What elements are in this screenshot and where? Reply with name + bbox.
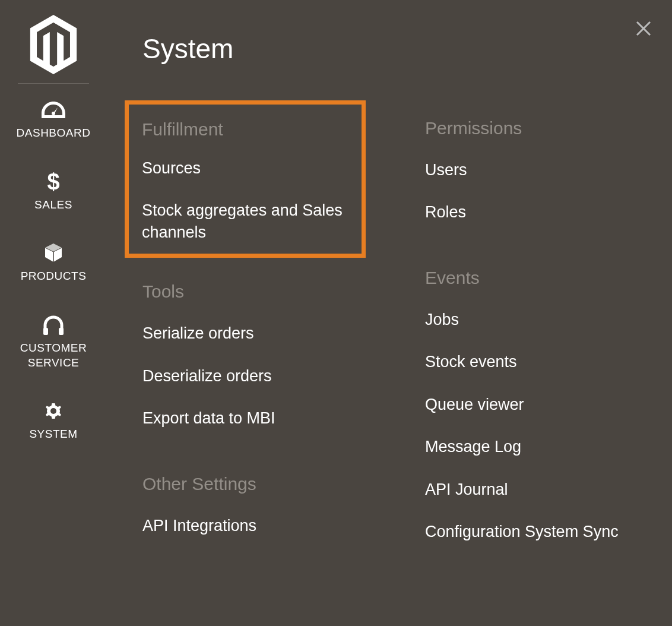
sidebar: DASHBOARD $ SALES PRODUCTS — [0, 0, 107, 626]
menu-link-message-log[interactable]: Message Log — [425, 436, 648, 457]
section-gap — [142, 450, 366, 474]
sidebar-item-products[interactable]: PRODUCTS — [9, 242, 98, 284]
page-title: System — [142, 33, 648, 65]
sidebar-label-system: SYSTEM — [29, 427, 77, 442]
sidebar-label-sales: SALES — [34, 198, 72, 213]
section-header-events: Events — [425, 268, 648, 288]
menu-link-api-journal[interactable]: API Journal — [425, 479, 648, 500]
svg-rect-5 — [43, 328, 48, 335]
menu-link-config-sync[interactable]: Configuration System Sync — [425, 521, 648, 542]
sidebar-label-products: PRODUCTS — [21, 269, 87, 284]
magento-logo[interactable] — [27, 12, 80, 77]
menu-link-stock-aggregates[interactable]: Stock aggregates and Sales channels — [142, 200, 348, 243]
main-panel: System Fulfillment Sources Stock aggrega… — [107, 0, 672, 626]
sidebar-item-system[interactable]: SYSTEM — [9, 400, 98, 442]
dashboard-icon — [42, 99, 65, 121]
column-right: Permissions Users Roles Events Jobs Stoc… — [425, 118, 648, 564]
close-icon — [635, 20, 652, 37]
menu-link-stock-events[interactable]: Stock events — [425, 351, 648, 372]
sidebar-item-dashboard[interactable]: DASHBOARD — [9, 99, 98, 141]
close-button[interactable] — [633, 18, 654, 39]
headphones-icon — [42, 314, 65, 336]
section-header-tools: Tools — [142, 282, 366, 302]
sidebar-divider — [18, 83, 89, 84]
column-left: Fulfillment Sources Stock aggregates and… — [142, 118, 366, 564]
gear-icon — [43, 400, 64, 422]
section-header-permissions: Permissions — [425, 118, 648, 138]
magento-logo-icon — [27, 15, 80, 74]
sidebar-item-sales[interactable]: $ SALES — [9, 170, 98, 213]
menu-link-roles[interactable]: Roles — [425, 201, 648, 223]
section-header-fulfillment: Fulfillment — [142, 119, 348, 140]
svg-point-7 — [50, 408, 56, 414]
sidebar-label-customer-service: CUSTOMER SERVICE — [9, 341, 98, 370]
sidebar-label-dashboard: DASHBOARD — [17, 126, 91, 141]
menu-link-export-mbi[interactable]: Export data to MBI — [142, 407, 366, 429]
svg-text:$: $ — [47, 170, 59, 193]
highlight-fulfillment: Fulfillment Sources Stock aggregates and… — [125, 100, 366, 258]
menu-link-api-integrations[interactable]: API Integrations — [142, 515, 366, 536]
menu-columns: Fulfillment Sources Stock aggregates and… — [142, 118, 648, 564]
menu-link-users[interactable]: Users — [425, 159, 648, 181]
menu-link-serialize-orders[interactable]: Serialize orders — [142, 323, 366, 344]
svg-rect-6 — [59, 328, 64, 335]
dollar-icon: $ — [46, 170, 61, 193]
svg-point-0 — [52, 112, 55, 115]
app-container: DASHBOARD $ SALES PRODUCTS — [0, 0, 672, 626]
section-gap — [425, 244, 648, 268]
menu-link-sources[interactable]: Sources — [142, 157, 348, 179]
box-icon — [43, 242, 64, 264]
menu-link-jobs[interactable]: Jobs — [425, 309, 648, 330]
section-header-other-settings: Other Settings — [142, 474, 366, 494]
menu-link-queue-viewer[interactable]: Queue viewer — [425, 394, 648, 415]
sidebar-item-customer-service[interactable]: CUSTOMER SERVICE — [9, 314, 98, 370]
menu-link-deserialize-orders[interactable]: Deserialize orders — [142, 365, 366, 387]
